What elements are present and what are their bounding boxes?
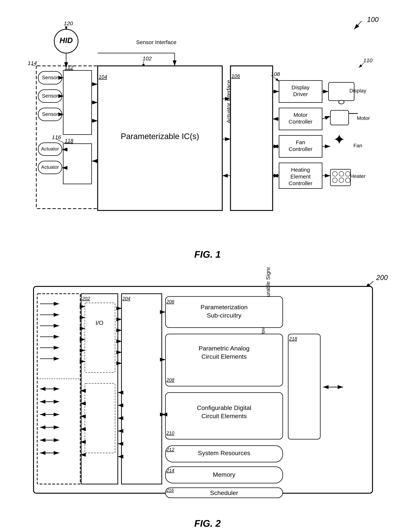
- motor-controller-label: Motor: [293, 112, 307, 118]
- heater-dot4: [333, 178, 337, 183]
- heater-label: Heater: [350, 173, 365, 179]
- sensor-interface-label: Sensor Interface: [136, 39, 176, 45]
- heating-element-controller-label2: Element: [290, 173, 311, 180]
- fan-icon: ✦: [333, 131, 345, 148]
- ref-108-arrow: [274, 77, 279, 81]
- fig1-container: 100 120 HID 114 Sensor Sensor Sensor: [15, 7, 400, 245]
- fan-label: Fan: [353, 143, 362, 148]
- display-driver-label2: Driver: [293, 91, 308, 97]
- fig2-svg: 200 Sensors Actuators: [15, 267, 400, 514]
- param-ic-label: Parameterizable IC(s): [121, 132, 199, 141]
- scheduler-label: Scheduler: [210, 489, 238, 496]
- ref-204: 204: [122, 296, 130, 301]
- sensor1-label: Sensor: [42, 75, 58, 80]
- ref-214: 214: [166, 468, 174, 473]
- heater-dot3: [345, 171, 350, 176]
- page-container: 100 120 HID 114 Sensor Sensor Sensor: [0, 0, 415, 532]
- actuator1-label: Actuator: [41, 146, 59, 152]
- heater-dot6: [345, 178, 350, 183]
- ref-118: 118: [65, 138, 73, 143]
- ref-200: 200: [376, 274, 388, 281]
- ref-218: 218: [289, 336, 297, 342]
- heating-element-controller-label3: Controller: [288, 180, 312, 186]
- memory-label: Memory: [213, 471, 235, 478]
- fig2-container: 200 Sensors Actuators: [15, 267, 400, 514]
- param-sub-label1: Parameterization: [200, 304, 247, 311]
- fig1-svg: 100 120 HID 114 Sensor Sensor Sensor: [15, 7, 400, 245]
- heater-dot2: [339, 171, 344, 176]
- ref-110-arrow: [359, 63, 364, 68]
- ref-110: 110: [363, 57, 373, 63]
- ref-106: 106: [231, 73, 240, 79]
- config-digital-label1: Configurable Digital: [197, 404, 251, 411]
- actuator-interface-box: [63, 144, 92, 184]
- display-driver-label: Display: [291, 84, 309, 90]
- display-label: Display: [349, 88, 366, 94]
- host-proc-box: [230, 66, 273, 210]
- ref-112: 112: [65, 65, 73, 70]
- config-signal-box: [121, 294, 162, 484]
- ref-100: 100: [367, 16, 378, 23]
- config-digital-label2: Circuit Elements: [201, 412, 247, 419]
- ref-102: 102: [143, 56, 152, 61]
- ref-104: 104: [99, 74, 107, 80]
- fig2-label: FIG. 2: [11, 518, 404, 529]
- ref-212: 212: [166, 447, 174, 452]
- heater-dot1: [333, 171, 337, 176]
- motor-label: Motor: [357, 115, 370, 121]
- heater-dot5: [339, 178, 344, 183]
- ref-100-arrow: [354, 21, 362, 29]
- ref-208: 208: [166, 377, 174, 383]
- ref-206: 206: [166, 299, 174, 304]
- fan-controller-label2: Controller: [288, 146, 312, 152]
- io-label: I/O: [95, 320, 103, 326]
- ref-216: 216: [166, 488, 174, 493]
- display-stand: [339, 100, 344, 104]
- param-analog-label2: Circuit Elements: [201, 353, 247, 360]
- sensor3-label: Sensor: [42, 111, 58, 117]
- param-analog-box: [166, 334, 283, 386]
- heating-element-controller-label1: Heating: [291, 167, 310, 173]
- motor-body: [330, 110, 349, 125]
- param-sub-label2: Sub-circuitry: [207, 312, 241, 319]
- ref-120: 120: [64, 20, 73, 26]
- sensor-interface-box: [63, 70, 92, 134]
- actuator2-label: Actuator: [41, 164, 59, 170]
- sensor2-label: Sensor: [42, 93, 58, 99]
- param-analog-label1: Parametric Analog: [199, 345, 249, 352]
- mc-to-motor: [322, 116, 330, 119]
- system-resources-label: System Resources: [198, 449, 250, 456]
- host-if-box: [288, 334, 320, 439]
- ref-210: 210: [166, 430, 174, 436]
- ref-202: 202: [82, 296, 90, 301]
- fan-controller-label: Fan: [296, 139, 305, 145]
- fig1-label: FIG. 1: [11, 249, 404, 260]
- motor-controller-label2: Controller: [288, 119, 312, 125]
- ref-108: 108: [271, 71, 280, 77]
- hid-label: HID: [59, 36, 73, 45]
